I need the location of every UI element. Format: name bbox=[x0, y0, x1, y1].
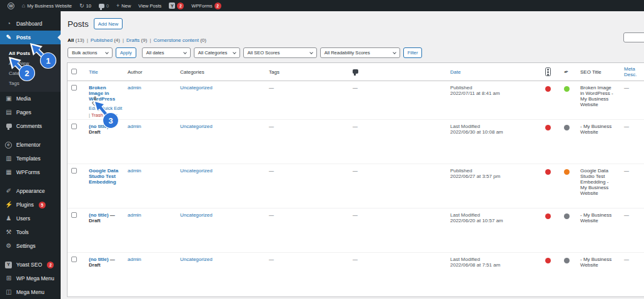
sidebar-item-wpforms[interactable]: ▦ WPForms bbox=[0, 165, 61, 179]
submenu-item-tags[interactable]: Tags bbox=[0, 78, 61, 88]
media-icon: ▣ bbox=[5, 96, 13, 102]
tools-icon: ⚒ bbox=[5, 229, 13, 235]
row-checkbox[interactable] bbox=[71, 85, 77, 91]
view-posts-link[interactable]: View Posts bbox=[134, 0, 165, 11]
sidebar-item-dashboard[interactable]: ◔ Dashboard bbox=[0, 17, 61, 31]
author-link[interactable]: admin bbox=[128, 168, 141, 174]
submenu-item-add-new[interactable]: Add New bbox=[0, 58, 61, 68]
site-name-link[interactable]: ⌂ My Business Website bbox=[18, 0, 76, 11]
sidebar-item-label: Yoast SEO bbox=[16, 262, 42, 268]
row-checkbox[interactable] bbox=[71, 168, 77, 174]
admin-sidebar: ◔ Dashboard ✎ Posts All Posts Add New Ca… bbox=[0, 11, 61, 299]
column-author: Author bbox=[128, 69, 143, 75]
apply-button[interactable]: Apply bbox=[116, 47, 136, 58]
wpforms-label: WPForms bbox=[191, 3, 212, 9]
view-link[interactable]: View bbox=[107, 112, 117, 118]
wpforms-admin-bar-menu[interactable]: WPForms 2 bbox=[188, 0, 224, 11]
category-link[interactable]: Uncategorized bbox=[180, 85, 213, 91]
column-date[interactable]: Date bbox=[450, 69, 461, 75]
sidebar-item-tools[interactable]: ⚒ Tools bbox=[0, 225, 61, 239]
submenu-label: Tags bbox=[9, 81, 19, 86]
sidebar-item-users[interactable]: ♟ Users bbox=[0, 212, 61, 225]
category-link[interactable]: Uncategorized bbox=[180, 212, 213, 218]
sidebar-item-settings[interactable]: ⚙ Settings bbox=[0, 239, 61, 253]
post-title-link[interactable]: (no title) bbox=[89, 212, 109, 218]
view-published-link[interactable]: Published bbox=[91, 37, 113, 43]
trash-link[interactable]: Trash bbox=[91, 112, 103, 118]
author-link[interactable]: admin bbox=[128, 257, 141, 262]
view-drafts-link[interactable]: Drafts bbox=[126, 37, 139, 43]
category-link[interactable]: Uncategorized bbox=[180, 168, 213, 174]
seo-score-dot bbox=[545, 213, 551, 219]
select-all-checkbox[interactable] bbox=[71, 69, 77, 74]
seo-scores-select[interactable]: All SEO Scores bbox=[243, 47, 317, 58]
sidebar-item-label: Pages bbox=[16, 109, 31, 115]
meta-desc-value: — bbox=[624, 212, 629, 218]
new-label: New bbox=[121, 3, 131, 9]
edit-link[interactable]: Edit bbox=[89, 105, 97, 111]
chevron-down-icon bbox=[233, 51, 236, 54]
submenu-item-all-posts[interactable]: All Posts bbox=[0, 48, 61, 58]
row-checkbox[interactable] bbox=[71, 124, 77, 129]
sidebar-item-pages[interactable]: ▤ Pages bbox=[0, 105, 61, 119]
quick-edit-link[interactable]: Quick Edit bbox=[101, 105, 122, 111]
templates-icon: ▥ bbox=[5, 155, 13, 162]
tags-value: — bbox=[269, 85, 274, 91]
sidebar-item-media[interactable]: ▣ Media bbox=[0, 92, 61, 105]
mega-menu-icon: ◫ bbox=[5, 289, 13, 295]
author-link[interactable]: admin bbox=[128, 85, 141, 91]
wordpress-menu-button[interactable]: W bbox=[4, 0, 18, 11]
column-seo-title: SEO Title bbox=[580, 69, 601, 75]
sidebar-item-label: Dashboard bbox=[16, 21, 43, 27]
separator: | bbox=[123, 37, 124, 43]
sidebar-item-comments[interactable]: Comments bbox=[0, 119, 61, 133]
author-link[interactable]: admin bbox=[128, 124, 141, 129]
view-cornerstone-link[interactable]: Cornerstone content bbox=[153, 37, 199, 43]
sidebar-item-wp-mega-menu[interactable]: ⊞ WP Mega Menu bbox=[0, 272, 61, 285]
add-new-button[interactable]: Add New bbox=[94, 18, 123, 29]
comments-count: 0 bbox=[106, 3, 109, 9]
column-meta-desc[interactable]: Meta Desc. bbox=[624, 66, 636, 77]
column-tags: Tags bbox=[269, 69, 279, 75]
post-title-link[interactable]: (no title) bbox=[89, 257, 109, 262]
sidebar-item-mega-menu[interactable]: ◫ Mega Menu bbox=[0, 285, 61, 299]
seo-title-value: - My Business Website bbox=[580, 212, 611, 223]
posts-table-card: Title Author Categories Tags Date ✒ SEO … bbox=[67, 62, 644, 297]
category-link[interactable]: Uncategorized bbox=[180, 257, 213, 262]
new-content-button[interactable]: + New bbox=[113, 0, 134, 11]
submenu-item-categories[interactable]: Categories bbox=[0, 68, 61, 78]
updates-link[interactable]: ↻ 10 bbox=[76, 0, 95, 11]
column-title[interactable]: Title bbox=[89, 69, 98, 75]
categories-select[interactable]: All Categories bbox=[194, 47, 240, 58]
filter-button[interactable]: Filter bbox=[403, 47, 423, 58]
readability-score-dot bbox=[564, 213, 570, 219]
author-link[interactable]: admin bbox=[128, 212, 141, 218]
search-input[interactable] bbox=[623, 32, 644, 42]
readability-score-column-icon: ✒ bbox=[563, 69, 570, 76]
dates-select[interactable]: All dates bbox=[142, 47, 191, 58]
sidebar-item-appearance[interactable]: ✐ Appearance bbox=[0, 184, 61, 198]
sidebar-item-posts[interactable]: ✎ Posts bbox=[0, 31, 61, 44]
sidebar-item-label: WPForms bbox=[16, 169, 40, 175]
categories-value: All Categories bbox=[198, 50, 228, 56]
row-checkbox[interactable] bbox=[71, 212, 77, 218]
sidebar-item-label: Appearance bbox=[16, 188, 45, 194]
readability-scores-select[interactable]: All Readability Scores bbox=[320, 47, 400, 58]
view-all-link[interactable]: All bbox=[68, 37, 74, 43]
column-categories: Categories bbox=[180, 69, 204, 75]
date-status: Last Modified bbox=[450, 212, 538, 218]
sidebar-item-plugins[interactable]: ⚡ Plugins 5 bbox=[0, 198, 61, 212]
sidebar-item-templates[interactable]: ▥ Templates bbox=[0, 152, 61, 165]
comments-link[interactable]: 0 bbox=[95, 0, 113, 11]
post-title-link[interactable]: Broken Image in WordPress bbox=[89, 85, 115, 102]
bulk-actions-select[interactable]: Bulk actions bbox=[68, 47, 113, 58]
sidebar-item-yoast-seo[interactable]: Y Yoast SEO 2 bbox=[0, 258, 61, 272]
row-checkbox[interactable] bbox=[71, 257, 77, 262]
post-title-link[interactable]: Google Data Studio Test Embedding bbox=[89, 168, 118, 185]
sidebar-item-elementor[interactable]: e Elementor bbox=[0, 138, 61, 152]
sidebar-item-label: Settings bbox=[16, 243, 36, 249]
yoast-admin-bar-menu[interactable]: Y 2 bbox=[165, 0, 188, 11]
post-title-link[interactable]: (no title) bbox=[89, 124, 109, 129]
category-link[interactable]: Uncategorized bbox=[180, 124, 213, 129]
seo-title-value: - My Business Website bbox=[580, 257, 611, 268]
